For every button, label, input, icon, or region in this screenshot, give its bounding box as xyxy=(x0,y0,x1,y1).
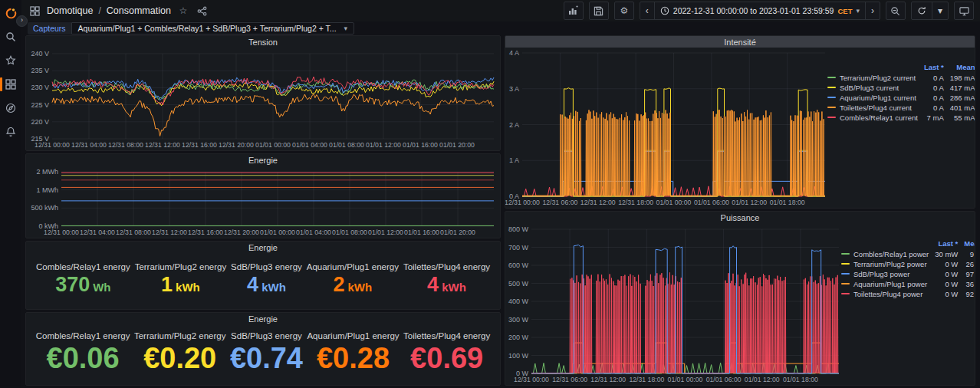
intensite-chart[interactable]: 4 A3 A2 A1 A0 A12/31 00:0012/31 06:0012/… xyxy=(505,48,827,208)
panel-tension: Tension 240 V235 V230 V225 V220 V215 V12… xyxy=(25,35,501,151)
variable-dropdown[interactable]: Aquarium/Plug1 + Combles/Relay1 + SdB/Pl… xyxy=(71,22,355,35)
svg-text:01/01 18:00: 01/01 18:00 xyxy=(770,199,805,206)
explore-icon[interactable] xyxy=(2,100,20,117)
refresh-interval-dropdown[interactable]: ▾ xyxy=(932,2,948,19)
chart-energie-svg: 2 MWh1 MWh500 kWh0 kWh12/31 00:0012/31 0… xyxy=(26,166,500,238)
legend-series-label[interactable]: Terrarium/Plug2 power xyxy=(841,259,929,269)
legend-series-label[interactable]: Aquarium/Plug1 power xyxy=(841,279,929,289)
zoom-out-time-button[interactable] xyxy=(886,2,906,20)
legend-column-header[interactable]: Mean xyxy=(944,63,975,73)
legend-series-label[interactable]: Aquarium/Plug1 current xyxy=(827,93,918,103)
legend-value: 36 W xyxy=(958,279,975,289)
panel-puissance: Puissance 800 W700 W600 W500 W400 W300 W… xyxy=(505,211,975,386)
legend-series-label[interactable]: Toilettes/Plug4 power xyxy=(841,289,929,299)
stat-unit: kWh xyxy=(176,281,200,294)
add-panel-button[interactable] xyxy=(564,2,584,20)
stat-label: Toilettes/Plug4 energy xyxy=(403,262,490,271)
svg-text:12/31 12:00: 12/31 12:00 xyxy=(152,229,187,236)
svg-text:700 W: 700 W xyxy=(508,244,529,252)
time-range-button[interactable]: 2022-12-31 00:00:00 to 2023-01-01 23:59:… xyxy=(654,2,865,19)
legend-value: 0 W xyxy=(929,289,958,299)
legend-column-header[interactable]: Mean xyxy=(958,239,975,249)
svg-text:240 V: 240 V xyxy=(31,50,49,58)
variable-label: Capteurs xyxy=(28,22,71,35)
svg-text:235 V: 235 V xyxy=(31,67,49,74)
share-icon[interactable] xyxy=(196,4,209,18)
panel-energie-stats-title[interactable]: Energie xyxy=(26,242,500,254)
panel-tension-title[interactable]: Tension xyxy=(26,36,500,48)
legend-value: 0 W xyxy=(929,279,958,289)
time-shift-forward-button[interactable]: › xyxy=(865,2,880,19)
legend-value: 0 W xyxy=(929,259,958,269)
search-icon[interactable] xyxy=(2,28,20,45)
stat: SdB/Plug3 energy4kWh xyxy=(231,262,302,295)
sidebar-expand-button[interactable]: › xyxy=(16,15,28,27)
intensite-legend: Last *MeanMaxTerrarium/Plug2 current0 A1… xyxy=(827,48,975,208)
stat: Aquarium/Plug1 energy€0.28 xyxy=(307,331,399,373)
stat-number: 2 xyxy=(333,273,344,296)
refresh-picker: ▾ xyxy=(911,2,949,20)
legend-row: Aquarium/Plug1 current0 A286 mA483 mA xyxy=(827,93,975,103)
panel-energie-line-title[interactable]: Energie xyxy=(26,154,500,166)
legend-series-label[interactable]: Terrarium/Plug2 current xyxy=(827,73,918,83)
save-dashboard-button[interactable] xyxy=(589,2,609,20)
stat-value: 1kWh xyxy=(135,275,227,295)
legend-row: Toilettes/Plug4 current0 A401 mA2 A xyxy=(827,103,975,113)
legend-value: 0 W xyxy=(929,269,958,279)
legend-row: Aquarium/Plug1 power0 W36 W xyxy=(841,279,975,289)
panel-energie-stats: Energie Combles/Relay1 energy370WhTerrar… xyxy=(25,241,501,310)
kiosk-mode-button[interactable] xyxy=(954,2,974,20)
stat-value: 4kWh xyxy=(231,275,302,295)
svg-text:100 W: 100 W xyxy=(508,352,529,360)
legend-series-swatch-icon xyxy=(841,253,850,255)
stat: Terrarium/Plug2 energy1kWh xyxy=(135,262,227,295)
panel-intensite-title[interactable]: Intensité xyxy=(505,36,975,48)
legend-column-header[interactable]: Last * xyxy=(929,239,958,249)
stat-value: 2kWh xyxy=(307,275,399,295)
stat-value: 370Wh xyxy=(36,275,130,295)
dashboards-icon[interactable] xyxy=(2,76,20,93)
breadcrumb-dashboard[interactable]: Domotique xyxy=(47,5,93,16)
puissance-legend: Last *MeanCombles/Relay1 power30 mW9 WTe… xyxy=(841,224,975,385)
svg-text:2 A: 2 A xyxy=(509,121,519,129)
legend-series-label[interactable]: SdB/Plug3 current xyxy=(827,83,918,93)
time-shift-back-button[interactable]: ‹ xyxy=(640,2,654,19)
puissance-chart[interactable]: 800 W700 W600 W500 W400 W300 W200 W100 W… xyxy=(505,224,841,385)
svg-text:230 V: 230 V xyxy=(31,84,49,91)
submenu-row: Capteurs Aquarium/Plug1 + Combles/Relay1… xyxy=(21,21,980,35)
legend-series-label[interactable]: Toilettes/Plug4 current xyxy=(827,103,918,113)
favorite-star-icon[interactable]: ☆ xyxy=(176,4,190,18)
legend-column-header[interactable]: Last * xyxy=(918,63,944,73)
svg-text:500 W: 500 W xyxy=(508,280,529,288)
panel-puissance-title[interactable]: Puissance xyxy=(505,212,975,224)
refresh-icon xyxy=(917,6,926,15)
svg-text:12/31 18:00: 12/31 18:00 xyxy=(618,199,653,206)
stat: Combles/Relay1 energy€0.06 xyxy=(36,331,130,373)
legend-value: 9 W xyxy=(958,249,975,259)
dashboard-settings-button[interactable]: ⚙ xyxy=(614,2,634,20)
svg-text:12/31 20:00: 12/31 20:00 xyxy=(224,229,259,236)
timezone-label: CET xyxy=(837,7,852,15)
alerting-icon[interactable] xyxy=(2,123,20,140)
svg-text:3 A: 3 A xyxy=(509,85,519,93)
refresh-button[interactable] xyxy=(912,2,932,19)
starred-icon[interactable] xyxy=(2,52,20,69)
panel-energie-cost-title[interactable]: Energie xyxy=(26,313,500,325)
grafana-logo-icon xyxy=(5,7,18,20)
stat-label: Toilettes/Plug4 energy xyxy=(403,331,490,340)
legend-value: 0 A xyxy=(918,103,944,113)
legend-series-label[interactable]: Combles/Relay1 power xyxy=(841,249,929,259)
legend-series-label[interactable]: Combles/Relay1 current xyxy=(827,113,918,123)
stat-label: Combles/Relay1 energy xyxy=(36,331,130,340)
svg-text:12/31 06:00: 12/31 06:00 xyxy=(552,376,587,383)
stat-unit: kWh xyxy=(442,281,466,294)
legend-series-label[interactable]: SdB/Plug3 power xyxy=(841,269,929,279)
svg-text:12/31 08:00: 12/31 08:00 xyxy=(108,141,143,149)
tension-chart[interactable]: 240 V235 V230 V225 V220 V215 V12/31 00:0… xyxy=(26,48,500,150)
chart-puissance-svg: 800 W700 W600 W500 W400 W300 W200 W100 W… xyxy=(505,224,841,385)
svg-text:01/01 00:00: 01/01 00:00 xyxy=(255,141,291,149)
panel-energie-line: Energie 2 MWh1 MWh500 kWh0 kWh12/31 00:0… xyxy=(25,153,501,238)
energie-chart[interactable]: 2 MWh1 MWh500 kWh0 kWh12/31 00:0012/31 0… xyxy=(26,166,500,238)
breadcrumb-page[interactable]: Consommation xyxy=(107,5,171,16)
svg-text:12/31 04:00: 12/31 04:00 xyxy=(71,141,107,149)
